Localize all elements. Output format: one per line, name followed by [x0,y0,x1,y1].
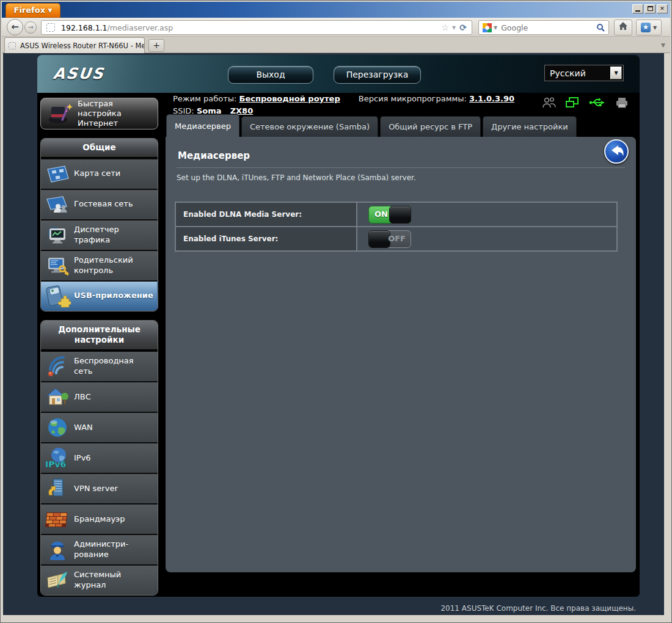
tab-list-dropdown-icon[interactable]: ▼ [661,42,665,48]
clients-status-icon[interactable] [542,97,557,109]
sidebar-item-label: Гостевая сеть [74,199,133,209]
tab-ftp-share[interactable]: Общий ресурс в FTP [380,116,481,137]
browser-toolbar: ← → 192.168.1.1 /mediaserver.asp ☆ ▼ ⟳ ▼ [2,18,670,37]
sidebar-item-ipv6[interactable]: IPv6 IPv6 [41,442,158,473]
section-title: Общие [41,139,158,158]
vpn-server-icon [41,477,74,500]
tab-misc-settings[interactable]: Другие настройки [483,116,577,137]
tab-favicon-placeholder-icon [9,42,16,49]
printer-status-icon[interactable] [615,97,629,109]
sidebar-item-label: Системный журнал [74,570,121,590]
network-status-icon[interactable] [565,97,580,109]
home-icon [618,21,628,31]
search-bar[interactable]: ▼ [478,20,609,35]
guest-network-icon [41,194,74,215]
url-bar[interactable]: 192.168.1.1 /mediaserver.asp ☆ ▼ ⟳ [41,20,472,35]
wan-icon [41,417,74,439]
url-dropdown-icon[interactable]: ▼ [452,25,456,31]
firmware-link[interactable]: 3.1.0.3.90 [469,94,514,103]
firefox-menu-label: Firefox [14,5,46,15]
sidebar: Быстрая настройка Интернет Общие [40,98,158,596]
sidebar-item-parental-control[interactable]: Родительский контроль [41,250,158,280]
reload-icon[interactable]: ⟳ [459,23,467,32]
wireless-icon [41,356,74,377]
parental-control-icon [41,255,74,276]
page-viewport: ASUS Выход Перезагрузка Русский ▼ Режим … [3,53,664,615]
search-input[interactable] [501,23,596,32]
sidebar-item-vpn-server[interactable]: VPN server [41,473,158,503]
window-titlebar: Firefox ▼ ✕ [2,2,670,18]
mode-label: Режим работы: [173,94,236,103]
table-row: Enabled iTunes Server: OFF [175,227,617,251]
sidebar-item-firewall[interactable]: Брандмауэр [41,503,158,534]
minimize-button[interactable] [632,4,643,13]
sidebar-item-label: WAN [74,423,93,432]
table-row: Enabled DLNA Media Server: ON [175,202,617,227]
sidebar-section-advanced: Дополнительные настройки [40,320,158,596]
language-selected-value: Русский [545,68,610,78]
asus-logo: ASUS [52,65,105,82]
sidebar-item-lan[interactable]: ЛВС [41,381,158,412]
sidebar-item-wan[interactable]: WAN [41,412,158,442]
sidebar-item-wireless[interactable]: Беспроводная сеть [41,351,158,381]
content-panel: Медиасервер Set up the DLNA, iTUnes, FTP… [166,137,636,572]
router-ui: ASUS Выход Перезагрузка Русский ▼ Режим … [37,55,640,597]
magic-hat-icon [45,102,78,125]
url-domain: 192.168.1.1 [61,23,108,32]
toggle-off-label: OFF [388,234,406,243]
sidebar-item-guest-network[interactable]: Гостевая сеть [41,189,158,219]
sidebar-item-label: USB-приложение [74,291,153,301]
language-select[interactable]: Русский ▼ [544,65,624,81]
chevron-down-icon: ▼ [48,7,53,13]
url-path: /mediaserver.asp [108,23,173,32]
home-button[interactable] [614,20,632,35]
back-button[interactable]: ← [7,19,23,35]
page-description: Set up the DLNA, iTUnes, FTP and Network… [177,173,416,182]
sidebar-item-label: VPN server [74,484,118,494]
sidebar-item-label: Родительский контроль [74,255,133,275]
chevron-down-icon: ▼ [610,67,622,79]
sidebar-item-usb-application[interactable]: USB-приложение [41,280,158,311]
logout-button[interactable]: Выход [228,66,313,84]
bookmarks-button[interactable]: ★ ▼ [636,20,662,35]
usb-application-icon [41,284,74,308]
copyright-footer: 2011 ASUSTeK Computer Inc. Все права защ… [37,604,640,613]
dlna-media-server-toggle[interactable]: ON [368,206,411,224]
network-map-icon [41,164,74,184]
content-tabs: Медиасервер Сетевое окружение (Samba) Об… [166,114,579,137]
browser-tab[interactable]: ASUS Wireless Router RT-N66U - Медиасер.… [4,37,145,53]
sidebar-item-traffic-manager[interactable]: Диспетчер трафика [41,219,158,250]
sidebar-item-network-map[interactable]: Карта сети [41,158,158,189]
bookmark-star-icon[interactable]: ☆ [442,23,450,32]
tab-media-server[interactable]: Медиасервер [166,114,239,137]
sidebar-item-system-log[interactable]: Системный журнал [41,564,158,595]
usb-status-icon[interactable] [588,97,607,109]
quick-setup-label: Быстрая настройка Интернет [78,99,122,129]
firmware-label: Версия микропрограммы: [359,94,467,103]
go-back-button[interactable] [604,139,629,164]
maximize-button[interactable] [645,4,656,13]
traffic-manager-icon [41,225,74,246]
status-icons [542,97,629,109]
chevron-down-icon: ▼ [653,25,657,31]
google-logo-icon [483,23,492,32]
sidebar-item-label: Беспроводная сеть [74,356,134,376]
close-button[interactable]: ✕ [657,4,668,13]
mode-link[interactable]: Беспроводной роутер [239,94,340,103]
bookmarks-star-icon: ★ [641,23,651,32]
active-item-arrow-icon [157,280,158,312]
svg-text:IPv6: IPv6 [45,459,66,469]
sidebar-item-administration[interactable]: Администри- рование [41,534,158,564]
search-icon[interactable] [596,23,605,32]
tab-network-place-samba[interactable]: Сетевое окружение (Samba) [241,116,378,137]
forward-button[interactable]: → [24,21,37,34]
reboot-button[interactable]: Перезагрузка [334,66,421,84]
quick-setup-button[interactable]: Быстрая настройка Интернет [40,98,158,129]
firefox-menu-button[interactable]: Firefox ▼ [5,3,60,18]
sidebar-item-label: Карта сети [74,169,120,178]
search-engine-dropdown-icon[interactable]: ▼ [494,25,497,31]
sidebar-section-general: Общие Карта сети [40,138,158,312]
new-tab-button[interactable]: + [148,39,164,52]
itunes-server-toggle[interactable]: OFF [368,230,411,248]
tab-title: ASUS Wireless Router RT-N66U - Медиасер.… [20,42,144,50]
